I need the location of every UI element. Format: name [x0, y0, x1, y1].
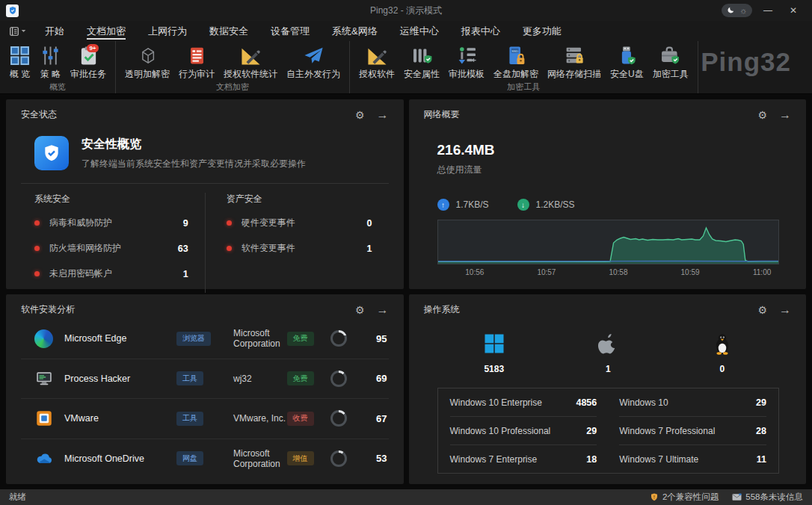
app-logo-icon	[6, 4, 19, 17]
list-item[interactable]: 软件变更事件1	[227, 242, 372, 255]
approval-templates-button[interactable]: 审批模板	[444, 43, 489, 82]
platform-linux[interactable]: 0	[665, 332, 780, 374]
tab-ops-center[interactable]: 运维中心	[389, 22, 450, 40]
category-badge: 网盘	[176, 451, 203, 465]
table-row[interactable]: Windows 1029	[619, 388, 766, 417]
table-row[interactable]: Windows 10 Professional29	[450, 417, 597, 445]
security-attributes-button[interactable]: 安全属性	[399, 43, 444, 82]
table-row[interactable]: Windows 7 Enterprise18	[450, 445, 597, 473]
tab-device-management[interactable]: 设备管理	[259, 22, 321, 40]
table-row[interactable]: Windows 7 Ultimate11	[619, 445, 766, 473]
ribbon-toolbar: 概 览 策 略 9+ 审批任务 概览 透	[0, 41, 812, 94]
policy-button[interactable]: 策 略	[35, 43, 66, 82]
self-outgoing-button[interactable]: 自主外发行为	[282, 43, 345, 82]
status-ready-text: 就绪	[9, 492, 26, 503]
ssd-lock-icon: SSD	[505, 45, 527, 66]
close-button[interactable]: ✕	[784, 0, 803, 21]
process-hacker-icon	[34, 369, 54, 388]
authorized-software-stats-button[interactable]: 授权软件统计	[219, 43, 282, 82]
table-row[interactable]: Windows 10 Enterprise4856	[450, 388, 597, 417]
panel-title: 操作系统	[424, 303, 460, 316]
authorized-software-button[interactable]: 授权软件	[354, 43, 399, 82]
category-badge: 工具	[176, 412, 203, 426]
upload-speed: ↑ 1.7KB/S	[437, 199, 489, 211]
theme-toggle[interactable]: ☼	[722, 4, 752, 17]
menu-tab-row: 开始 文档加密 上网行为 数据安全 设备管理 系统&网络 运维中心 报表中心 更…	[0, 21, 812, 41]
window-title: Ping32 - 演示模式	[370, 4, 442, 17]
behavior-audit-button[interactable]: 行为审计	[174, 43, 219, 82]
fulldisk-encryption-button[interactable]: SSD 全盘加解密	[489, 43, 543, 82]
table-row[interactable]: Microsoft OneDrive 网盘 Microsoft Corporat…	[21, 439, 389, 479]
network-traffic-chart[interactable]	[437, 220, 780, 264]
overview-button[interactable]: 概 览	[4, 43, 35, 82]
overview-grid-icon	[9, 45, 31, 66]
upload-arrow-icon: ↑	[437, 199, 449, 211]
price-badge: 免费	[287, 371, 314, 385]
moon-icon	[727, 4, 735, 17]
approval-badge: 9+	[87, 44, 98, 52]
compatibility-issues[interactable]: 2个兼容性问题	[650, 492, 719, 503]
table-row[interactable]: Process Hacker 工具 wj32 免费 69	[21, 359, 389, 400]
table-row[interactable]: Microsoft Edge 浏览器 Microsoft Corporation…	[21, 319, 389, 359]
ribbon-group-label: 概览	[0, 81, 115, 93]
alert-dot-icon	[34, 246, 40, 251]
arrow-right-icon[interactable]: →	[779, 109, 791, 121]
network-storage-scan-button[interactable]: 网络存储扫描	[543, 43, 606, 82]
alert-dot-icon	[227, 246, 232, 251]
score-ring	[330, 450, 347, 467]
secure-usb-button[interactable]: 安全U盘	[606, 43, 648, 82]
platform-windows[interactable]: 5183	[437, 332, 552, 374]
alert-dot-icon	[34, 220, 40, 226]
arrow-right-icon[interactable]: →	[377, 109, 389, 121]
tab-report-center[interactable]: 报表中心	[450, 22, 511, 40]
onedrive-icon	[34, 449, 54, 468]
panel-security-status: 安全状态 ⚙ → 安全性概览 了解终端当前系统安全性和资产变更情况并采取必要操作	[6, 99, 404, 289]
tab-more-features[interactable]: 更多功能	[511, 22, 573, 40]
security-overview-desc: 了解终端当前系统安全性和资产变更情况并采取必要操作	[81, 158, 306, 170]
tab-doc-encryption[interactable]: 文档加密	[76, 22, 137, 40]
svg-text:SSD: SSD	[511, 49, 518, 53]
os-breakdown-table: Windows 10 Enterprise4856 Windows 1029 W…	[437, 388, 780, 474]
gear-icon[interactable]: ⚙	[757, 305, 767, 315]
mail-icon	[732, 493, 742, 501]
x-tick-label: 10:56	[465, 268, 484, 276]
price-badge: 免费	[287, 332, 314, 346]
tab-data-security[interactable]: 数据安全	[198, 22, 259, 40]
tab-web-behavior[interactable]: 上网行为	[137, 22, 198, 40]
list-item[interactable]: 病毒和威胁防护9	[34, 217, 188, 229]
arrow-right-icon[interactable]: →	[779, 304, 791, 316]
briefcase-shield-icon	[659, 45, 681, 66]
x-tick-label: 10:58	[609, 268, 627, 276]
gear-icon[interactable]: ⚙	[355, 110, 365, 120]
platform-apple[interactable]: 1	[551, 332, 665, 374]
minimize-button[interactable]: —	[758, 0, 778, 21]
category-badge: 浏览器	[176, 332, 211, 346]
warning-shield-icon	[650, 492, 659, 502]
list-item[interactable]: 未启用密码帐户1	[34, 267, 188, 280]
windows-icon	[483, 332, 505, 355]
alert-dot-icon	[227, 220, 232, 226]
edge-icon	[34, 329, 53, 348]
asset-security-group: 资产安全 硬件变更事件0 软件变更事件1	[205, 193, 389, 293]
encryption-tools-button[interactable]: 加密工具	[648, 43, 693, 82]
tab-start[interactable]: 开始	[34, 22, 76, 40]
list-item[interactable]: 防火墙和网络防护63	[34, 242, 188, 255]
cube-icon	[137, 45, 159, 66]
panel-operating-systems: 操作系统 ⚙ → 5183 1	[409, 294, 807, 484]
tab-system-network[interactable]: 系统&网络	[321, 22, 389, 40]
gear-icon[interactable]: ⚙	[355, 305, 365, 315]
unread-messages[interactable]: 558条未读信息	[732, 492, 803, 503]
app-menu-icon[interactable]	[9, 26, 26, 37]
approval-tasks-button[interactable]: 9+ 审批任务	[66, 43, 111, 82]
audit-document-icon	[186, 45, 208, 66]
table-row[interactable]: Windows 7 Professional28	[619, 417, 766, 445]
panel-network-summary: 网络概要 ⚙ → 216.4MB 总使用流量 ↑ 1.7KB/S ↓ 1.2KB…	[409, 99, 807, 289]
transparent-encryption-button[interactable]: 透明加解密	[120, 43, 174, 82]
table-row[interactable]: VMware 工具 VMware, Inc. 收费 67	[21, 399, 389, 439]
gear-icon[interactable]: ⚙	[757, 110, 767, 120]
panel-software-analysis: 软件安装分析 ⚙ → Microsoft Edge 浏览器 Microsoft …	[6, 294, 404, 484]
arrow-right-icon[interactable]: →	[377, 304, 389, 316]
linux-tux-icon	[711, 332, 733, 355]
list-item[interactable]: 硬件变更事件0	[227, 217, 372, 229]
paper-plane-icon	[303, 45, 325, 66]
